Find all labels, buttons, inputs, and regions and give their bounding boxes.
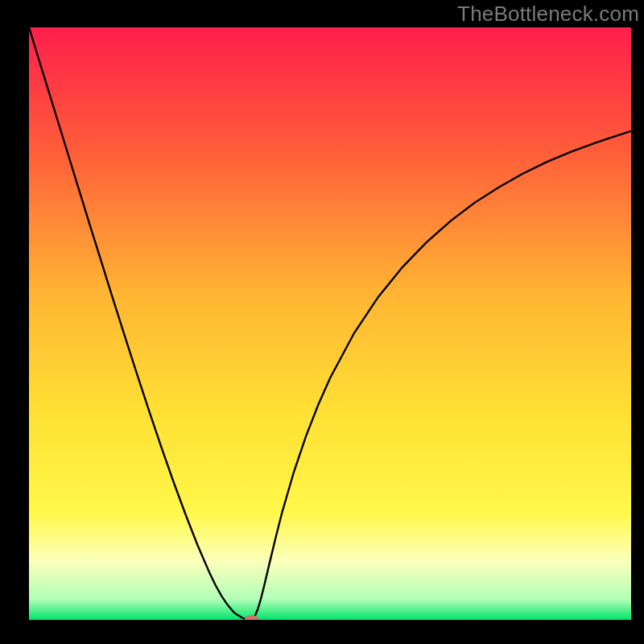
watermark-text: TheBottleneck.com	[457, 2, 639, 27]
gradient-background	[29, 27, 631, 620]
bottleneck-chart	[29, 27, 631, 620]
chart-frame: TheBottleneck.com	[0, 0, 644, 644]
